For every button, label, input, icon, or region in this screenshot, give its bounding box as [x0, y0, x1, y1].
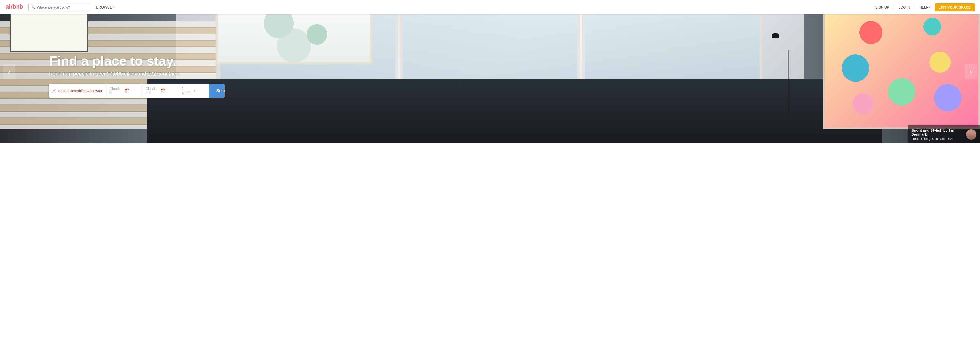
nav-divider-2 [915, 5, 915, 10]
browse-button[interactable]: BROWSE ▾ [94, 4, 118, 11]
guest-label: 1 Guest [182, 87, 193, 95]
login-button[interactable]: LOG IN [897, 4, 912, 11]
error-icon: ⚠ [52, 89, 56, 93]
property-name: Bright and Stylish Loft in Denmark [911, 128, 964, 136]
svg-text:airbnb: airbnb [6, 3, 23, 10]
property-info: Bright and Stylish Loft in Denmark Frede… [911, 128, 964, 141]
guest-field[interactable]: 1 Guest ▾ [178, 84, 209, 98]
search-icon: 🔍 [31, 5, 35, 9]
next-arrow-button[interactable]: › [964, 64, 977, 79]
search-form: ⚠ Check in 📅 Check out 📅 1 Guest ▾ Searc… [49, 84, 225, 98]
signup-button[interactable]: SIGN UP [873, 4, 891, 11]
hero-subtitle: Rent from people in over 34,000 cities a… [49, 71, 980, 77]
location-input[interactable] [58, 89, 102, 93]
nav-divider [894, 5, 894, 10]
property-card[interactable]: Bright and Stylish Loft in Denmark Frede… [908, 125, 980, 143]
location-field[interactable]: ⚠ [49, 84, 106, 98]
guest-dropdown-icon: ▾ [194, 89, 205, 93]
chevron-down-icon: ▾ [113, 5, 115, 9]
calendar-icon-checkin: 📅 [125, 89, 138, 93]
nav-right: SIGN UP LOG IN HELP ▾ LIST YOUR SPACE [873, 3, 975, 11]
hero-content: Find a place to stay. Rent from people i… [0, 0, 980, 143]
navbar: airbnb 🔍 BROWSE ▾ SIGN UP LOG IN HELP ▾ … [0, 0, 980, 14]
search-button[interactable]: Search [209, 84, 225, 98]
checkout-label: Check out [146, 87, 159, 95]
checkout-field[interactable]: Check out 📅 [142, 84, 178, 98]
hero-section: ‹ › Find a place to stay. Rent from peop… [0, 0, 980, 143]
list-space-button[interactable]: LIST YOUR SPACE [935, 3, 975, 11]
checkin-field[interactable]: Check in 📅 [106, 84, 142, 98]
logo[interactable]: airbnb [5, 3, 24, 12]
checkin-label: Check in [110, 87, 123, 95]
search-input[interactable] [37, 5, 88, 9]
prev-arrow-button[interactable]: ‹ [3, 64, 16, 79]
chevron-left-icon: ‹ [8, 67, 11, 77]
navbar-search-bar[interactable]: 🔍 [29, 4, 91, 11]
avatar-image [966, 129, 976, 139]
chevron-down-icon-help: ▾ [929, 5, 931, 9]
hero-title: Find a place to stay. [49, 54, 980, 68]
property-location: Frederiksberg, Denmark – $99 [911, 137, 964, 141]
help-button[interactable]: HELP ▾ [918, 4, 933, 11]
chevron-right-icon: › [969, 67, 972, 77]
avatar [966, 129, 976, 139]
calendar-icon-checkout: 📅 [161, 89, 174, 93]
